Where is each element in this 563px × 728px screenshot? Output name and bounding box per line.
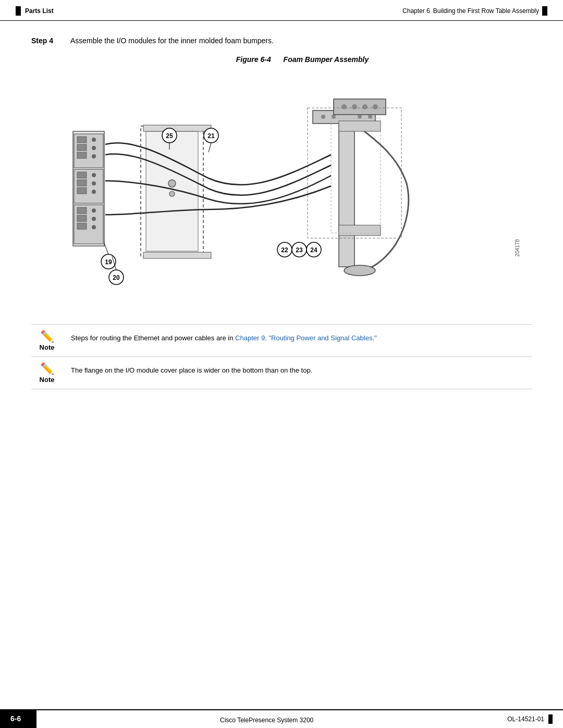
svg-point-39 <box>344 265 375 276</box>
svg-rect-24 <box>143 125 211 131</box>
svg-point-21 <box>92 225 96 229</box>
note-pencil-icon-1: ✏️ <box>40 330 54 343</box>
svg-rect-17 <box>77 215 87 221</box>
svg-point-36 <box>352 104 357 109</box>
footer-page-number: 6-6 <box>0 709 36 728</box>
svg-rect-10 <box>77 180 87 186</box>
svg-point-12 <box>92 173 96 177</box>
note-1-label: Note <box>40 343 55 351</box>
step-label: Step 4 <box>31 36 60 45</box>
svg-text:23: 23 <box>296 246 303 254</box>
svg-rect-18 <box>77 223 87 229</box>
svg-point-6 <box>92 146 96 150</box>
note-1-icon: ✏️ Note <box>31 330 63 351</box>
note-1-text: Steps for routing the Ethernet and power… <box>71 330 377 343</box>
svg-rect-11 <box>77 188 87 194</box>
header-left: Parts List <box>16 6 54 16</box>
note-2-text: The flange on the I/O module cover place… <box>71 362 312 376</box>
header-parts-list: Parts List <box>25 7 54 15</box>
footer-right: OL-14521-01 <box>497 709 563 728</box>
step-line: Step 4 Assemble the I/O modules for the … <box>31 36 532 45</box>
svg-rect-3 <box>77 144 87 151</box>
note-1: ✏️ Note Steps for routing the Ethernet a… <box>31 324 532 356</box>
svg-point-37 <box>362 104 368 109</box>
svg-line-58 <box>104 243 108 254</box>
header-bar-left <box>16 6 21 16</box>
figure-name: Foam Bumper Assembly <box>284 55 369 64</box>
step-text: Assemble the I/O modules for the inner m… <box>70 36 274 45</box>
svg-point-20 <box>92 217 96 221</box>
svg-point-27 <box>169 191 175 196</box>
figure-area: 25 21 22 23 24 19 20 <box>31 69 532 309</box>
svg-text:24: 24 <box>310 246 317 254</box>
svg-text:22: 22 <box>281 246 288 254</box>
svg-point-7 <box>92 154 96 158</box>
figure-svg: 25 21 22 23 24 19 20 <box>31 69 532 309</box>
header-bar-right <box>542 6 547 16</box>
svg-rect-2 <box>77 137 87 143</box>
svg-text:25: 25 <box>166 132 173 140</box>
header-chapter-label: Chapter 6 <box>402 7 430 15</box>
svg-point-19 <box>92 208 96 213</box>
svg-text:19: 19 <box>105 258 112 266</box>
header-chapter-title: Building the First Row Table Assembly <box>433 7 539 15</box>
svg-line-61 <box>209 143 211 152</box>
note-2-icon: ✏️ Note <box>31 362 63 384</box>
svg-rect-41 <box>339 225 381 236</box>
header-right: Chapter 6 Building the First Row Table A… <box>402 6 547 16</box>
footer-doc-number: OL-14521-01 <box>507 715 544 723</box>
page-header: Parts List Chapter 6 Building the First … <box>0 0 563 21</box>
svg-point-38 <box>373 104 378 109</box>
svg-text:20: 20 <box>113 274 120 281</box>
note-pencil-icon-2: ✏️ <box>40 362 54 376</box>
svg-point-14 <box>92 190 96 194</box>
note-2-label: Note <box>40 376 55 384</box>
svg-rect-28 <box>339 110 354 267</box>
side-number: 204178 <box>515 239 520 256</box>
main-content: Step 4 Assemble the I/O modules for the … <box>0 21 563 400</box>
footer-product: Cisco TelePresence System 3200 <box>36 709 497 728</box>
svg-point-5 <box>92 138 96 142</box>
svg-rect-40 <box>339 121 381 131</box>
svg-point-35 <box>341 104 347 109</box>
svg-rect-4 <box>77 152 87 158</box>
figure-number: Figure 6-4 <box>236 55 271 64</box>
svg-text:21: 21 <box>207 132 215 140</box>
note-2: ✏️ Note The flange on the I/O module cov… <box>31 356 532 389</box>
svg-rect-25 <box>143 252 211 258</box>
svg-point-26 <box>168 180 176 187</box>
figure-title: Figure 6-4 Foam Bumper Assembly <box>73 55 532 64</box>
svg-rect-16 <box>77 207 87 214</box>
svg-point-30 <box>321 115 325 119</box>
note-1-link[interactable]: Chapter 9, "Routing Power and Signal Cab… <box>235 334 377 342</box>
page-footer: 6-6 Cisco TelePresence System 3200 OL-14… <box>0 709 563 728</box>
svg-point-13 <box>92 181 96 186</box>
footer-bar-right <box>548 714 553 724</box>
svg-rect-9 <box>77 172 87 178</box>
